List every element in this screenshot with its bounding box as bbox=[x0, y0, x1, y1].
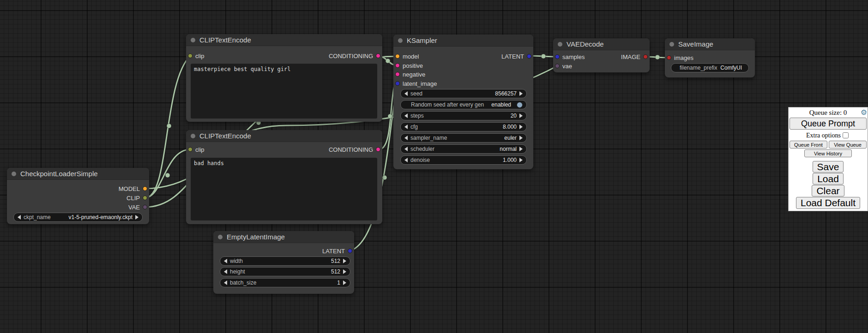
conditioning-port-icon[interactable] bbox=[376, 54, 380, 58]
extra-options-checkbox[interactable] bbox=[843, 132, 849, 138]
widget-value: v1-5-pruned-emaonly.ckpt bbox=[68, 214, 133, 220]
clear-button[interactable]: Clear bbox=[812, 185, 844, 196]
increment-arrow-icon[interactable] bbox=[519, 136, 523, 140]
steps-widget[interactable]: steps 20 bbox=[400, 111, 527, 120]
cfg-widget[interactable]: cfg 8.000 bbox=[400, 122, 527, 131]
node-title-bar[interactable]: SaveImage bbox=[665, 38, 755, 50]
conditioning-port-icon[interactable] bbox=[395, 63, 400, 68]
node-title-bar[interactable]: CLIPTextEncode bbox=[186, 34, 382, 46]
node-vae-decode[interactable]: VAEDecode samples vae IMAGE bbox=[553, 38, 650, 72]
model-port-icon[interactable] bbox=[395, 54, 400, 59]
decrement-arrow-icon[interactable] bbox=[18, 215, 21, 220]
decrement-arrow-icon[interactable] bbox=[404, 136, 408, 140]
decrement-arrow-icon[interactable] bbox=[224, 259, 227, 263]
settings-gear-icon[interactable]: ⚙ bbox=[861, 108, 867, 117]
node-clip-text-encode-negative[interactable]: CLIPTextEncode clip CONDITIONING bad han… bbox=[186, 130, 382, 224]
output-conditioning: CONDITIONING bbox=[329, 145, 382, 154]
node-title-bar[interactable]: CheckpointLoaderSimple bbox=[7, 168, 149, 180]
load-default-button[interactable]: Load Default bbox=[796, 197, 860, 209]
collapse-dot-icon[interactable] bbox=[191, 134, 195, 138]
latent-port-icon[interactable] bbox=[555, 54, 560, 59]
save-button[interactable]: Save bbox=[813, 161, 844, 172]
conditioning-port-icon[interactable] bbox=[376, 147, 380, 152]
collapse-dot-icon[interactable] bbox=[558, 42, 562, 47]
collapse-dot-icon[interactable] bbox=[191, 38, 195, 42]
widget-name: scheduler bbox=[410, 146, 434, 152]
clip-port-icon[interactable] bbox=[188, 147, 193, 152]
clip-port-icon[interactable] bbox=[188, 54, 193, 58]
increment-arrow-icon[interactable] bbox=[343, 259, 346, 263]
node-ksampler[interactable]: KSampler model positive negative latent_… bbox=[393, 35, 533, 169]
decrement-arrow-icon[interactable] bbox=[404, 125, 408, 129]
output-latent: LATENT bbox=[501, 52, 533, 61]
node-title: VAEDecode bbox=[567, 40, 604, 48]
increment-arrow-icon[interactable] bbox=[519, 158, 523, 162]
widget-name: seed bbox=[410, 90, 422, 97]
increment-arrow-icon[interactable] bbox=[343, 269, 346, 274]
view-queue-button[interactable]: View Queue bbox=[829, 141, 867, 149]
positive-prompt-textarea[interactable]: masterpiece best quality girl bbox=[191, 64, 377, 119]
node-title-bar[interactable]: EmptyLatentImage bbox=[213, 231, 354, 243]
denoise-widget[interactable]: denoise 1.000 bbox=[400, 155, 527, 165]
view-history-button[interactable]: View History bbox=[804, 149, 852, 157]
clip-port-icon[interactable] bbox=[143, 196, 147, 200]
node-clip-text-encode-positive[interactable]: CLIPTextEncode clip CONDITIONING masterp… bbox=[186, 34, 382, 122]
increment-arrow-icon[interactable] bbox=[343, 280, 346, 285]
vae-port-icon[interactable] bbox=[143, 205, 147, 209]
node-empty-latent-image[interactable]: EmptyLatentImage LATENT width 512 height… bbox=[213, 231, 354, 294]
increment-arrow-icon[interactable] bbox=[519, 91, 523, 96]
latent-port-icon[interactable] bbox=[395, 81, 400, 86]
node-title-bar[interactable]: VAEDecode bbox=[553, 38, 650, 50]
conditioning-port-icon[interactable] bbox=[395, 72, 400, 77]
output-conditioning: CONDITIONING bbox=[329, 51, 382, 60]
queue-menu-panel: Queue size: 0 ⚙ Queue Prompt Extra optio… bbox=[788, 107, 868, 211]
batch-size-widget[interactable]: batch_size 1 bbox=[220, 278, 350, 287]
image-port-icon[interactable] bbox=[643, 54, 648, 59]
seed-widget[interactable]: seed 8566257 bbox=[400, 89, 527, 98]
vae-port-icon[interactable] bbox=[555, 64, 560, 68]
negative-prompt-textarea[interactable]: bad hands bbox=[191, 158, 377, 220]
scheduler-widget[interactable]: scheduler normal bbox=[400, 144, 527, 154]
node-title-bar[interactable]: CLIPTextEncode bbox=[186, 130, 382, 142]
load-button[interactable]: Load bbox=[813, 173, 844, 184]
increment-arrow-icon[interactable] bbox=[519, 125, 523, 129]
image-port-icon[interactable] bbox=[667, 55, 671, 60]
queue-prompt-button[interactable]: Queue Prompt bbox=[790, 118, 867, 130]
decrement-arrow-icon[interactable] bbox=[404, 91, 408, 96]
sampler-name-widget[interactable]: sampler_name euler bbox=[400, 133, 527, 143]
increment-arrow-icon[interactable] bbox=[135, 215, 139, 220]
queue-front-button[interactable]: Queue Front bbox=[790, 141, 827, 149]
node-title-bar[interactable]: KSampler bbox=[393, 35, 533, 47]
node-checkpoint-loader[interactable]: CheckpointLoaderSimple MODEL CLIP VAE ck… bbox=[7, 168, 149, 224]
widget-value: 1.000 bbox=[503, 157, 517, 163]
decrement-arrow-icon[interactable] bbox=[224, 269, 227, 274]
collapse-dot-icon[interactable] bbox=[12, 172, 16, 176]
node-save-image[interactable]: SaveImage images filename_prefix ComfyUI bbox=[665, 38, 755, 77]
node-title: CLIPTextEncode bbox=[199, 132, 251, 140]
random-seed-toggle[interactable]: Random seed after every gen enabled bbox=[400, 100, 527, 109]
latent-port-icon[interactable] bbox=[527, 54, 531, 59]
ckpt-name-widget[interactable]: ckpt_name v1-5-pruned-emaonly.ckpt bbox=[13, 213, 143, 222]
collapse-dot-icon[interactable] bbox=[669, 42, 674, 47]
toggle-enabled-icon[interactable] bbox=[517, 102, 523, 108]
decrement-arrow-icon[interactable] bbox=[404, 113, 408, 118]
collapse-dot-icon[interactable] bbox=[218, 235, 223, 239]
increment-arrow-icon[interactable] bbox=[519, 113, 523, 118]
port-label: latent_image bbox=[403, 80, 437, 87]
height-widget[interactable]: height 512 bbox=[220, 267, 350, 276]
width-widget[interactable]: width 512 bbox=[220, 256, 350, 266]
input-vae: vae bbox=[553, 61, 572, 71]
decrement-arrow-icon[interactable] bbox=[404, 147, 408, 151]
increment-arrow-icon[interactable] bbox=[519, 147, 523, 151]
collapse-dot-icon[interactable] bbox=[398, 38, 403, 43]
input-negative: negative bbox=[393, 70, 425, 79]
latent-port-icon[interactable] bbox=[348, 249, 352, 253]
node-graph-canvas[interactable]: CheckpointLoaderSimple MODEL CLIP VAE ck… bbox=[0, 0, 868, 333]
model-port-icon[interactable] bbox=[143, 186, 147, 191]
filename-prefix-widget[interactable]: filename_prefix ComfyUI bbox=[671, 63, 749, 72]
decrement-arrow-icon[interactable] bbox=[404, 158, 408, 162]
widget-name: steps bbox=[410, 113, 424, 119]
decrement-arrow-icon[interactable] bbox=[224, 280, 227, 285]
node-title: KSampler bbox=[407, 36, 437, 44]
widget-value: normal bbox=[500, 146, 517, 152]
